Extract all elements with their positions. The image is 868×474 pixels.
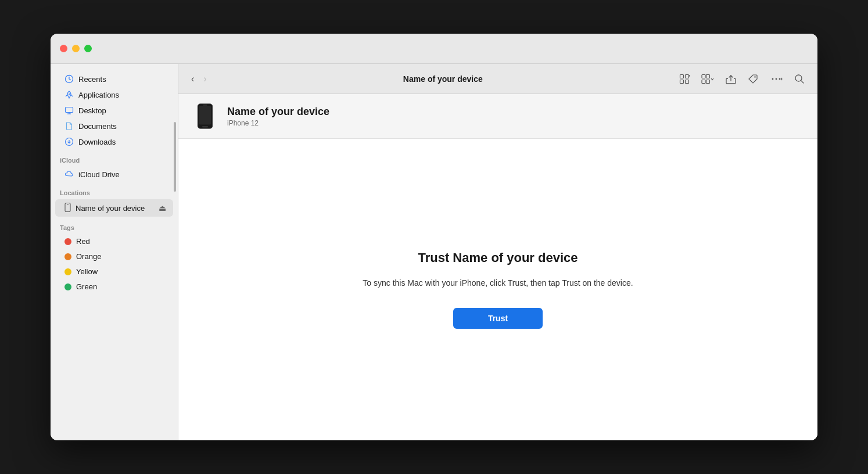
svg-line-2 <box>71 95 73 96</box>
sidebar-item-desktop[interactable]: Desktop <box>55 103 173 118</box>
view-options-button[interactable] <box>698 71 718 87</box>
device-name: Name of your device <box>227 106 329 118</box>
red-tag-dot <box>64 238 71 245</box>
svg-point-3 <box>69 94 70 95</box>
trust-button[interactable]: Trust <box>453 308 543 329</box>
close-button[interactable] <box>60 45 67 52</box>
sidebar-item-icloud-drive[interactable]: iCloud Drive <box>55 167 173 182</box>
toolbar: ‹ › Name of your device <box>178 64 817 94</box>
svg-point-20 <box>772 78 774 80</box>
sidebar-item-orange-label: Orange <box>76 252 101 261</box>
titlebar <box>51 34 817 64</box>
iphone-small-icon <box>64 203 71 214</box>
sidebar-item-device[interactable]: Name of your device ⏏ <box>55 199 173 217</box>
main-layout: Recents Applications <box>51 64 817 440</box>
document-icon <box>64 121 74 131</box>
sidebar-item-documents-label: Documents <box>78 122 117 131</box>
finder-window: Recents Applications <box>51 34 817 440</box>
sidebar-item-downloads-label: Downloads <box>78 138 116 146</box>
view-grid-button[interactable] <box>676 71 693 87</box>
svg-rect-4 <box>66 107 73 113</box>
svg-rect-13 <box>680 80 684 83</box>
orange-tag-dot <box>64 253 71 260</box>
sidebar: Recents Applications <box>51 64 178 440</box>
device-header: Name of your device iPhone 12 <box>178 94 817 139</box>
svg-rect-27 <box>203 105 207 106</box>
device-icon <box>192 103 218 129</box>
sidebar-item-red-label: Red <box>76 237 90 246</box>
trust-title: Trust Name of your device <box>418 250 578 265</box>
desktop-icon <box>64 106 74 115</box>
trust-description: To sync this Mac with your iPhone, click… <box>363 277 633 289</box>
sidebar-item-yellow-label: Yellow <box>76 267 98 276</box>
svg-rect-28 <box>202 126 208 128</box>
icloud-section-label: iCloud <box>51 150 178 166</box>
clock-icon <box>64 74 74 84</box>
sidebar-item-recents[interactable]: Recents <box>55 71 173 87</box>
svg-rect-15 <box>702 74 705 78</box>
svg-point-22 <box>779 78 781 80</box>
rocket-icon <box>64 90 74 99</box>
sidebar-item-desktop-label: Desktop <box>78 106 106 115</box>
cloud-icon <box>64 170 74 179</box>
search-button[interactable] <box>791 71 808 87</box>
svg-point-19 <box>754 76 755 77</box>
sidebar-item-applications[interactable]: Applications <box>55 87 173 102</box>
download-icon <box>64 137 74 146</box>
svg-rect-14 <box>686 80 689 83</box>
sidebar-item-applications-label: Applications <box>78 91 119 99</box>
eject-button[interactable]: ⏏ <box>156 202 168 214</box>
sidebar-item-green-label: Green <box>76 282 97 291</box>
svg-line-24 <box>801 80 804 83</box>
svg-line-1 <box>66 95 67 96</box>
sidebar-item-icloud-drive-label: iCloud Drive <box>78 170 120 179</box>
svg-point-21 <box>776 78 777 80</box>
device-model: iPhone 12 <box>227 119 329 127</box>
back-button[interactable]: ‹ <box>188 71 198 87</box>
minimize-button[interactable] <box>72 45 80 52</box>
sidebar-item-recents-label: Recents <box>78 75 106 84</box>
green-tag-dot <box>64 283 71 290</box>
share-button[interactable] <box>722 71 740 87</box>
sidebar-item-orange[interactable]: Orange <box>55 249 173 264</box>
sidebar-scrollbar[interactable] <box>173 64 177 440</box>
svg-rect-12 <box>686 74 689 78</box>
toolbar-nav: ‹ › <box>188 71 210 87</box>
sidebar-item-red[interactable]: Red <box>55 234 173 249</box>
svg-rect-11 <box>680 74 684 78</box>
trust-panel: Trust Name of your device To sync this M… <box>178 139 817 440</box>
tags-section-label: Tags <box>51 217 178 234</box>
sidebar-scrollbar-thumb <box>174 122 176 192</box>
toolbar-actions <box>676 71 808 87</box>
forward-button[interactable]: › <box>200 71 210 87</box>
svg-rect-26 <box>199 106 211 124</box>
svg-rect-18 <box>706 80 710 83</box>
maximize-button[interactable] <box>84 45 92 52</box>
sidebar-item-documents[interactable]: Documents <box>55 119 173 134</box>
device-info: Name of your device iPhone 12 <box>227 106 329 127</box>
sidebar-item-yellow[interactable]: Yellow <box>55 264 173 279</box>
svg-rect-16 <box>706 74 710 78</box>
traffic-lights <box>60 45 92 52</box>
device-item-left: Name of your device <box>64 203 145 214</box>
tag-button[interactable] <box>744 71 762 87</box>
sidebar-item-green[interactable]: Green <box>55 279 173 294</box>
sidebar-item-device-label: Name of your device <box>76 204 145 213</box>
locations-section-label: Locations <box>51 182 178 199</box>
content-area: ‹ › Name of your device <box>178 64 817 440</box>
sidebar-item-downloads[interactable]: Downloads <box>55 134 173 149</box>
svg-rect-17 <box>702 80 705 83</box>
toolbar-title: Name of your device <box>217 74 669 84</box>
more-button[interactable] <box>766 71 786 87</box>
yellow-tag-dot <box>64 268 71 275</box>
